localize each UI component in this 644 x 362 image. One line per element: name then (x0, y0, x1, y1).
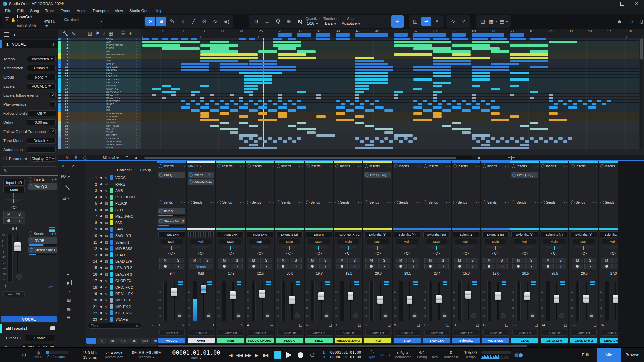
clip[interactable] (472, 69, 509, 71)
clip[interactable] (413, 38, 430, 40)
strip-name-label[interactable]: MID BASS (482, 338, 509, 343)
control-dropdown[interactable] (99, 19, 103, 24)
dd-icon[interactable]: ▾ ＋ (387, 164, 392, 168)
track-header-7[interactable]: ∿7PAD∿ (58, 56, 141, 59)
clip[interactable] (239, 100, 243, 102)
strip-auto-mode[interactable]: Auto: Off (454, 330, 479, 336)
clip[interactable] (568, 137, 572, 140)
clip[interactable] (162, 38, 168, 40)
event-color-swatch[interactable] (50, 326, 55, 330)
grid-icon[interactable]: ▩ (67, 307, 71, 311)
clip[interactable] (355, 115, 364, 118)
strip-input[interactable]: Sylenth1 (3) (364, 231, 391, 237)
hamburger-icon[interactable] (4, 32, 9, 37)
clip[interactable] (520, 137, 524, 140)
clip[interactable] (597, 100, 601, 102)
track-lane-33[interactable] (141, 137, 639, 140)
track-header-23[interactable]: ∿23OH∿ (58, 106, 141, 109)
strip-pan-value[interactable]: <C> (216, 252, 245, 255)
clip[interactable] (384, 109, 393, 112)
strip-value[interactable]: -29.0 (363, 272, 392, 275)
strip-output[interactable]: Main (514, 239, 536, 244)
clip[interactable] (249, 109, 258, 112)
rewind-button[interactable]: ◀◀ (235, 351, 244, 359)
clip[interactable] (152, 94, 156, 96)
strip-knob-icon[interactable] (471, 313, 476, 318)
send-item[interactable]: Stereo Side Cha.. (2) (28, 247, 57, 253)
power-icon[interactable] (159, 219, 163, 223)
clip[interactable] (433, 57, 490, 59)
clip[interactable] (181, 66, 209, 68)
power-icon[interactable] (189, 173, 193, 177)
clip[interactable] (200, 106, 209, 109)
add-track-icon[interactable]: + (129, 30, 132, 36)
strip-monitor[interactable]: ◑ (378, 264, 390, 269)
clip[interactable] (549, 94, 553, 96)
strip-output[interactable]: Main (485, 239, 506, 244)
power-icon[interactable] (600, 164, 604, 168)
clip[interactable] (423, 100, 427, 102)
clip[interactable] (355, 137, 359, 140)
strip-output[interactable]: Main (426, 239, 447, 244)
clip[interactable] (476, 103, 480, 105)
channel-list-item-4[interactable]: 4∿PLU..HORD (85, 194, 157, 200)
strip-auto-mode[interactable]: Auto: Off (601, 330, 618, 336)
inserts-header[interactable]: Inserts▾ ＋ (335, 164, 362, 168)
strip-fader-track[interactable] (232, 282, 234, 320)
strip-fader-area[interactable]: -12-24-36-48 (483, 281, 508, 322)
clip[interactable] (254, 103, 258, 105)
strip-fader-cap[interactable] (171, 288, 177, 296)
track-lane-26[interactable] (141, 115, 639, 118)
clip[interactable] (549, 119, 567, 121)
fx-filter[interactable]: FX (118, 338, 129, 344)
clip[interactable] (288, 38, 297, 40)
clip[interactable] (278, 100, 282, 102)
sends-header[interactable]: Sends▾ ＋ (159, 201, 186, 204)
clip[interactable] (515, 140, 519, 143)
clip[interactable] (278, 57, 316, 59)
arranger-section[interactable] (336, 33, 350, 37)
clip[interactable] (355, 97, 359, 99)
channel-list-item-21[interactable]: 21∿IMP..FX 2 (85, 303, 157, 310)
clip[interactable] (578, 100, 582, 102)
clip[interactable] (142, 38, 149, 40)
send-item[interactable]: RVRB (28, 237, 57, 244)
clip[interactable] (472, 134, 490, 137)
strip-mute[interactable]: M (572, 258, 583, 263)
wrench-icon[interactable]: 🔧 (62, 31, 68, 36)
clip[interactable] (558, 100, 562, 102)
channel-list-item-17[interactable]: 17∿CHOP FX (85, 277, 157, 284)
checkbox-layers-follow-events[interactable]: ✓ (50, 92, 56, 98)
clip[interactable] (554, 140, 558, 143)
strip-fader-area[interactable]: -12-24-36-48 (572, 281, 596, 322)
insert-item[interactable]: Pro-Q 3 (28, 183, 57, 190)
clip[interactable] (510, 38, 526, 40)
dd-icon[interactable]: ▾ ＋ (416, 164, 421, 168)
clip[interactable] (549, 106, 558, 109)
power-icon[interactable] (512, 164, 515, 168)
clip[interactable] (171, 88, 181, 90)
track-lane-15[interactable] (141, 81, 639, 84)
strip-knob-icon[interactable] (383, 313, 388, 318)
strip-fader-area[interactable]: -12-24-36-48 (307, 281, 331, 322)
clip[interactable] (200, 53, 258, 56)
clip[interactable] (491, 137, 495, 140)
strip-name-label[interactable]: PLUCK (276, 338, 303, 343)
clip[interactable] (162, 85, 171, 87)
strip-input[interactable]: Sylenth1 (2) (276, 231, 303, 237)
menu-transport[interactable]: Transport (89, 8, 112, 13)
clip[interactable] (466, 103, 470, 105)
dd-icon[interactable]: ▾ ＋ (593, 164, 598, 168)
clip[interactable] (288, 109, 297, 112)
clip[interactable] (365, 137, 369, 140)
strip-mute[interactable]: M (277, 258, 289, 263)
strip-solo[interactable]: S (408, 258, 419, 263)
bend-tool[interactable]: ∿ (210, 17, 220, 26)
dd-icon[interactable]: ▾ ＋ (564, 164, 568, 168)
clip[interactable] (239, 134, 258, 137)
grid-view-icon[interactable]: ▦ (488, 17, 498, 26)
track-header-20[interactable]: ∿20IMPACT FX 2∿ (58, 97, 141, 100)
clip[interactable] (297, 50, 316, 53)
strip-monitor[interactable]: ◑ (466, 264, 478, 269)
strip-auto-mode[interactable]: Auto: Off (248, 330, 273, 336)
